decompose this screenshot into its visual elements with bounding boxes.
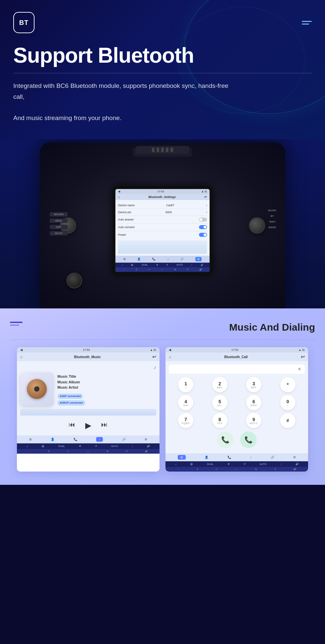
dial-key-3[interactable]: 3DEF (246, 377, 261, 392)
device-name-row[interactable]: Device name CarBT › (118, 202, 207, 209)
power-row[interactable]: Power (118, 231, 207, 238)
sub-plus[interactable]: ⊕ (174, 268, 176, 271)
auto-connect-toggle[interactable] (199, 225, 207, 229)
cf-ac[interactable]: ❄ (228, 463, 230, 466)
sub-back[interactable]: ← (123, 268, 125, 271)
ac-fn[interactable]: ❄ (156, 264, 158, 266)
clip-icon[interactable]: 🔗 (180, 258, 184, 261)
ms-plus[interactable]: ⊕ (106, 450, 108, 453)
auto-answer-toggle[interactable] (199, 218, 207, 222)
power-toggle[interactable] (199, 233, 207, 237)
dialpad: 1— 2ABC 3DEF * 4GHI (169, 377, 305, 428)
cf-power[interactable]: ⏻ (190, 463, 193, 466)
dial-key-2[interactable]: 2ABC (212, 377, 228, 392)
setup-button[interactable]: SETUP (50, 231, 68, 235)
power-fn[interactable]: ⏻ (131, 264, 133, 266)
music-home-icon[interactable]: ⌂ (20, 354, 23, 359)
cf-fan[interactable]: ↕ (281, 463, 282, 466)
cs-back[interactable]: ← (177, 468, 179, 471)
menu-button[interactable]: MENU (50, 219, 68, 223)
next-button[interactable]: ⏭ (101, 421, 108, 430)
vol-fn[interactable]: 🔊 (201, 264, 204, 266)
power-label: Power (118, 233, 126, 236)
mf-home[interactable]: ⌂ (27, 445, 28, 448)
cs-return[interactable]: ↩ (216, 468, 218, 471)
dial-key-1[interactable]: 1— (178, 377, 193, 392)
screen-home-icon[interactable]: ⌂ (118, 195, 120, 199)
dial-key-0[interactable]: 0+ (280, 395, 295, 410)
call-button[interactable]: 📞 (217, 431, 233, 448)
phone-icon[interactable]: 📞 (152, 258, 156, 261)
call-settings-icon[interactable]: ⚙ (293, 456, 296, 459)
mf-ac[interactable]: ❄ (79, 445, 81, 448)
right-knob[interactable] (249, 217, 265, 234)
music-clip-icon[interactable]: 🔗 (122, 438, 126, 441)
screen-back-icon[interactable]: ↩ (204, 195, 207, 199)
call-clip-icon[interactable]: 🔗 (271, 456, 274, 459)
ms-vol[interactable]: 🔊 (145, 450, 148, 453)
cf-recycle[interactable]: ↺ (243, 463, 246, 466)
music-back-icon[interactable]: ↩ (152, 354, 156, 359)
dial-actions: 📞 📞 (169, 431, 305, 450)
grid-icon[interactable]: ⊞ (123, 258, 126, 261)
redial-button[interactable]: 📞 (240, 431, 257, 448)
music-note-active[interactable]: ♪ (96, 437, 103, 442)
music-hamburger-icon[interactable] (10, 322, 23, 326)
cs-plus[interactable]: ⊕ (255, 468, 257, 471)
settings-icon-active[interactable]: ⚙ (195, 257, 202, 261)
mf-power[interactable]: ⏻ (42, 445, 44, 448)
music-user-icon[interactable]: 👤 (51, 438, 54, 441)
sub-zero2: 0 (187, 268, 188, 271)
sub-vol[interactable]: 🔊 (199, 268, 202, 271)
call-back-icon[interactable]: ↩ (301, 354, 305, 359)
user-icon[interactable]: 👤 (137, 258, 141, 261)
ms-return[interactable]: ↩ (67, 450, 69, 453)
recycle-fn[interactable]: ↺ (166, 264, 168, 266)
dial-key-hash[interactable]: # (280, 413, 295, 428)
screen-back-arrow[interactable]: ◀ (118, 190, 120, 193)
sub-return[interactable]: ↩ (148, 268, 150, 271)
music-icon[interactable]: ♪ (167, 258, 169, 261)
mf-fan[interactable]: ↕ (132, 445, 133, 448)
dial-key-8[interactable]: 8TUV (212, 413, 228, 428)
prev-button[interactable]: ⏮ (69, 421, 75, 430)
dial-key-9[interactable]: 9WXYZ (246, 413, 261, 428)
start-button[interactable] (66, 273, 82, 289)
music-info-row: Music Title Music Album Music Artist A2D… (20, 372, 156, 406)
cf-home[interactable]: ⌂ (175, 463, 177, 466)
dial-clear-button[interactable]: ✕ (297, 366, 301, 372)
music-back-btn[interactable]: ◀ (20, 348, 23, 352)
dial-key-star[interactable]: * (280, 377, 295, 392)
device-pin-row[interactable]: Device pin 0000 › (118, 209, 207, 216)
call-note-icon[interactable]: ♪ (250, 456, 252, 459)
fan-fn[interactable]: ↕ (191, 264, 192, 266)
hamburger-menu-button[interactable] (302, 21, 312, 25)
call-grid-active[interactable]: ⊞ (178, 455, 186, 460)
mf-vol[interactable]: 🔊 (147, 445, 150, 448)
dial-key-7[interactable]: 7PQRS (178, 413, 193, 428)
dial-key-6[interactable]: 6MNO (246, 395, 261, 410)
ms-back[interactable]: ← (29, 450, 31, 453)
disp-button[interactable]: DISP (50, 225, 68, 229)
cs-vol[interactable]: 🔊 (293, 468, 296, 471)
dial-key-4[interactable]: 4GHI (178, 395, 193, 410)
dial-key-5[interactable]: 5JKL (212, 395, 228, 410)
home-fn[interactable]: ⌂ (121, 264, 123, 266)
call-user-icon[interactable]: 👤 (205, 456, 208, 459)
music-grid-icon[interactable]: ⊞ (29, 438, 32, 441)
music-note-button[interactable]: ♪ (20, 364, 156, 370)
vent-slot (157, 148, 159, 152)
music-settings-icon[interactable]: ⚙ (145, 438, 147, 441)
mf-recycle[interactable]: ↺ (95, 445, 97, 448)
top-vent (136, 146, 189, 154)
music-phone-icon[interactable]: 📞 (74, 438, 77, 441)
play-button[interactable]: ▶ (85, 421, 91, 430)
call-back-btn[interactable]: ◀ (169, 348, 171, 352)
function-bar: ⌂ ⏻ DUAL ❄ ↺ AUTO ↕ 🔊 (115, 263, 210, 267)
auto-answer-row[interactable]: Auto answer (118, 216, 207, 224)
return-button[interactable]: RETURN (50, 212, 68, 217)
cf-vol[interactable]: 🔊 (295, 463, 298, 466)
call-phone-icon[interactable]: 📞 (228, 456, 231, 459)
call-home-icon[interactable]: ⌂ (169, 354, 171, 359)
auto-connect-row[interactable]: Auto connect (118, 224, 207, 231)
